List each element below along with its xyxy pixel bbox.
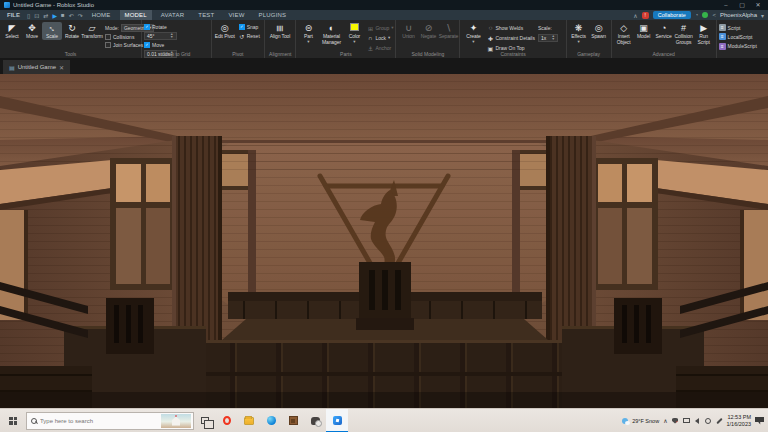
tab-view[interactable]: VIEW (223, 10, 249, 20)
taskbar: 29°F Snow ∧ 12:53 PM 1/16/2023 (0, 408, 768, 432)
open-file-icon[interactable]: ⊡ (34, 12, 39, 19)
group-button[interactable]: ⊞ Group ▾ (367, 24, 393, 32)
pivot-reset-button[interactable]: ↺ Reset (239, 32, 260, 40)
union-button[interactable]: ∪ Union (398, 22, 418, 40)
show-welds-button[interactable]: ◌ Show Welds (487, 24, 534, 32)
play-button[interactable]: ▶ (52, 12, 57, 19)
roblox-studio-icon (333, 416, 342, 425)
snap-move-checkbox[interactable]: ✓ Move (144, 42, 177, 48)
ribbon-group-constraints: ✦ Create ▾ ◌ Show Welds ✚ Constraint Det… (460, 20, 566, 58)
negate-button[interactable]: ⊘ Negate (418, 22, 438, 40)
tab-home[interactable]: HOME (87, 10, 116, 20)
task-view-button[interactable] (194, 409, 216, 432)
action-center-icon[interactable] (755, 417, 764, 425)
viewport-scene (0, 74, 768, 408)
module-script-button[interactable]: ≡ ModuleScript (719, 43, 757, 50)
move-tool-button[interactable]: ✥ Move (22, 22, 42, 40)
edge-icon (267, 416, 276, 425)
constraint-details-button[interactable]: ✚ Constraint Details (487, 34, 534, 42)
pivot-snap-checkbox[interactable]: ✓ Snap (239, 24, 260, 30)
publish-icon[interactable]: ⇄ (43, 12, 48, 19)
username[interactable]: PhoenixAlpha (720, 12, 757, 18)
taskbar-app-edge[interactable] (260, 409, 282, 432)
opera-icon (223, 416, 231, 425)
tab-plugins[interactable]: PLUGINS (254, 10, 292, 20)
chevron-down-icon: ▾ (391, 26, 393, 30)
spawn-button[interactable]: ◎ Spawn (589, 22, 609, 40)
document-tab[interactable]: ▤ Untitled Game ✕ (3, 60, 70, 74)
model-button[interactable]: ▣ Model (634, 22, 654, 40)
spinner-icon[interactable]: ▲▼ (170, 33, 173, 38)
constraint-scale-value[interactable]: 1x ▲▼ (538, 34, 558, 42)
align-icon: ≣ (274, 25, 285, 33)
effects-button[interactable]: ❋ Effects ▾ (569, 22, 589, 44)
taskbar-app-paint-tool[interactable] (304, 409, 326, 432)
file-menu[interactable]: FILE (4, 12, 23, 18)
snap-rotate-checkbox[interactable]: ✓ Rotate (144, 24, 177, 30)
collaborate-button[interactable]: Collaborate (653, 11, 691, 19)
taskbar-clock[interactable]: 12:53 PM 1/16/2023 (727, 414, 751, 427)
start-button[interactable] (0, 409, 26, 432)
clock-date: 1/16/2023 (727, 421, 751, 427)
redo-button[interactable]: ↷ (78, 12, 83, 19)
separate-button[interactable]: ∖ Separate (438, 22, 458, 40)
taskbar-app-roblox-studio[interactable] (326, 409, 348, 432)
stop-button[interactable]: ■ (61, 12, 65, 18)
taskbar-app-file-explorer[interactable] (238, 409, 260, 432)
system-tray: 29°F Snow ∧ 12:53 PM 1/16/2023 (622, 414, 768, 427)
color-button[interactable]: Color ▾ (344, 22, 364, 44)
maximize-button[interactable]: ▢ (734, 0, 750, 10)
share-icon[interactable]: < (712, 12, 716, 18)
service-button[interactable]: ◔ Service (654, 22, 674, 40)
taskbar-app-opera[interactable] (216, 409, 238, 432)
new-file-icon[interactable]: ▯ (27, 12, 30, 19)
tab-test[interactable]: TEST (193, 10, 219, 20)
checkbox-icon (105, 42, 111, 48)
insert-object-button[interactable]: ◇ Insert Object (614, 22, 634, 46)
tab-close-icon[interactable]: ✕ (59, 64, 64, 71)
history-clock-icon[interactable]: ◔ (695, 12, 699, 18)
spinner-icon[interactable]: ▲▼ (551, 35, 554, 40)
transform-tool-button[interactable]: ▱ Transform (82, 22, 102, 40)
constraint-scale-row: Scale: (538, 24, 558, 32)
user-caret-icon[interactable]: ▾ (761, 12, 764, 19)
taskbar-app-minecraft[interactable] (282, 409, 304, 432)
scale-tool-button[interactable]: ↔ Scale (42, 22, 62, 40)
pen-tray-icon[interactable] (716, 417, 723, 424)
search-input[interactable] (40, 418, 158, 424)
run-script-button[interactable]: ▶ Run Script (694, 22, 714, 46)
collapse-ribbon-icon[interactable]: ∧ (633, 12, 637, 19)
select-tool-button[interactable]: ◤ Select (2, 22, 22, 40)
tab-avatar[interactable]: AVATAR (156, 10, 189, 20)
create-constraint-button[interactable]: ✦ Create ▾ (462, 22, 484, 44)
chevron-down-icon: ▾ (577, 40, 579, 44)
3d-viewport[interactable] (0, 74, 768, 408)
search-highlight-image[interactable] (161, 414, 191, 428)
left-side-window (0, 210, 24, 320)
menubar: FILE ▯ ⊡ ⇄ ▶ ■ ↶ ↷ HOME MODEL AVATAR TES… (0, 10, 768, 20)
local-script-button[interactable]: ≡ LocalScript (719, 33, 757, 40)
ribbon-group-advanced: ◇ Insert Object ▣ Model ◔ Service # Coll… (612, 20, 717, 58)
script-button[interactable]: ≡ Script (719, 24, 757, 31)
minimize-button[interactable]: – (718, 0, 734, 10)
align-tool-button[interactable]: ≣ Align Tool (267, 22, 293, 40)
onedrive-tray-icon[interactable] (705, 417, 712, 424)
close-button[interactable]: ✕ (750, 0, 766, 10)
rotate-tool-button[interactable]: ↻ Rotate (62, 22, 82, 40)
security-tray-icon[interactable] (672, 417, 679, 424)
ribbon-group-gameplay: ❋ Effects ▾ ◎ Spawn Gameplay (567, 20, 612, 58)
notification-bell-icon[interactable]: ! (642, 12, 649, 19)
lock-button[interactable]: ∩ Lock ▾ (367, 34, 393, 42)
weather-widget[interactable]: 29°F Snow (622, 417, 659, 425)
hidden-icons-chevron[interactable]: ∧ (663, 417, 667, 424)
display-tray-icon[interactable] (683, 417, 690, 424)
taskbar-search[interactable] (26, 412, 194, 430)
undo-button[interactable]: ↶ (69, 12, 74, 19)
tab-model[interactable]: MODEL (120, 10, 152, 20)
speaker-tray-icon[interactable] (694, 417, 701, 424)
snap-rotate-value[interactable]: 45° ▲▼ (144, 32, 177, 40)
edit-pivot-button[interactable]: ◎ Edit Pivot (214, 22, 236, 40)
part-button[interactable]: ⊜ Part ▾ (298, 22, 318, 44)
collision-groups-button[interactable]: # Collision Groups (674, 22, 694, 46)
material-manager-button[interactable]: ◐ Material Manager (318, 22, 344, 46)
